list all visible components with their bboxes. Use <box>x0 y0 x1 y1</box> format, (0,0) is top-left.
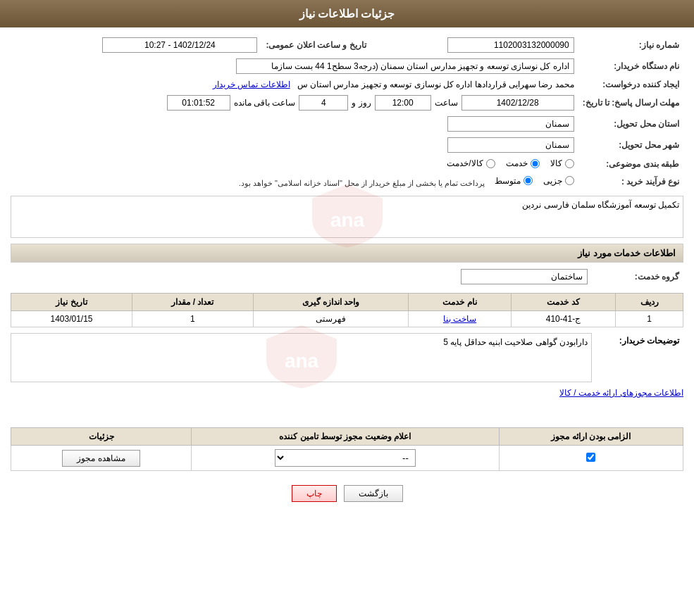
col-quantity: تعداد / مقدار <box>132 294 254 311</box>
services-table: ردیف کد خدمت نام خدمت واحد اندازه گیری ت… <box>11 293 683 327</box>
purchase-type-label: نوع فرآیند خرید : <box>578 173 683 191</box>
category-radio-group: کالا/خدمت خدمت کالا <box>447 158 574 168</box>
perm-details-cell: مشاهده مجوز <box>11 446 192 471</box>
city-value: سمنان <box>447 137 574 153</box>
category-label: طبقه بندی موضوعی: <box>578 156 683 173</box>
service-group-label: گروه خدمت: <box>592 266 683 287</box>
tender-number-label: شماره نیاز: <box>578 34 683 56</box>
perm-required-checkbox[interactable] <box>586 453 595 462</box>
purchase-type-jozi[interactable]: جزیی <box>543 176 574 186</box>
buyer-notes-container: ana دارابودن گواهی صلاحیت ابنیه حداقل پا… <box>11 333 592 382</box>
category-radio-kala[interactable] <box>565 159 574 168</box>
svg-text:ana: ana <box>284 350 318 372</box>
watermark-shield: ana <box>305 181 390 251</box>
purchase-type-radio-motovaset[interactable] <box>523 176 533 185</box>
deadline-countdown: 01:01:52 <box>167 95 230 111</box>
deadline-days: 4 <box>299 95 348 111</box>
row-code: ج-41-410 <box>511 311 615 327</box>
col-code: کد خدمت <box>511 294 615 311</box>
requester-label: ایجاد کننده درخواست: <box>578 77 683 92</box>
purchase-type-note: پرداخت تمام یا بخشی از مبلغ خریدار از مح… <box>239 178 485 187</box>
print-button[interactable]: چاپ <box>292 485 337 502</box>
deadline-time: 12:00 <box>375 95 431 111</box>
perm-status-cell: -- <box>192 446 499 471</box>
city-label: شهر محل تحویل: <box>578 134 683 156</box>
buyer-label: نام دستگاه خریدار: <box>578 56 683 77</box>
category-khadamat-label: خدمت <box>506 158 528 168</box>
date-label: تاریخ و ساعت اعلان عمومی: <box>261 34 370 56</box>
perm-col-required: الزامی بودن ارائه مجوز <box>499 428 683 446</box>
deadline-days-label: روز و <box>352 98 371 108</box>
buyer-notes-value: دارابودن گواهی صلاحیت ابنیه حداقل پایه 5 <box>443 337 588 347</box>
perm-col-status: اعلام وضعیت مجوز توسط تامین کننده <box>192 428 499 446</box>
deadline-label: مهلت ارسال پاسخ: تا تاریخ: <box>578 92 683 113</box>
general-description-value: تکمیل توسعه آموزشگاه سلمان فارسی نردین <box>522 200 679 210</box>
watermark-shield-2: ana <box>259 322 344 392</box>
category-option-khadamat[interactable]: خدمت <box>506 158 540 168</box>
row-quantity: 1 <box>132 311 254 327</box>
category-kala-khadamat-label: کالا/خدمت <box>447 158 483 168</box>
province-label: استان محل تحویل: <box>578 113 683 134</box>
deadline-countdown-label: ساعت باقی مانده <box>234 98 296 108</box>
date-value: 1402/12/24 - 10:27 <box>102 37 257 53</box>
footer-buttons: بازگشت چاپ <box>11 485 683 502</box>
row-service-name[interactable]: ساخت بنا <box>443 314 476 324</box>
deadline-time-label: ساعت <box>435 98 458 108</box>
requester-value: محمد رضا سهرایی قراردادها اداره کل نوساز… <box>297 80 574 89</box>
buyer-notes-label: توضیحات خریدار: <box>592 333 683 348</box>
purchase-type-radio-jozi[interactable] <box>565 176 574 185</box>
purchase-type-jozi-label: جزیی <box>543 176 562 186</box>
col-row: ردیف <box>616 294 683 311</box>
services-section-title: اطلاعات خدمات مورد نیاز <box>11 244 683 263</box>
back-button[interactable]: بازگشت <box>344 485 403 502</box>
perm-required-cell <box>499 446 683 471</box>
row-unit: فهرستی <box>253 311 408 327</box>
view-permit-button[interactable]: مشاهده مجوز <box>62 450 140 467</box>
service-group-value: ساختمان <box>461 269 588 284</box>
col-date: تاریخ نیاز <box>11 294 132 311</box>
purchase-type-radio-group: متوسط جزیی <box>495 176 574 186</box>
general-description-container: ana تکمیل توسعه آموزشگاه سلمان فارسی نرد… <box>11 196 683 238</box>
table-row: 1 ج-41-410 ساخت بنا فهرستی 1 1403/01/15 <box>11 311 683 327</box>
category-kala-label: کالا <box>550 158 562 168</box>
category-option-kala[interactable]: کالا <box>550 158 574 168</box>
category-radio-khadamat[interactable] <box>531 159 540 168</box>
tender-number-value: 1102003132000090 <box>447 37 574 53</box>
page-title: جزئیات اطلاعات نیاز <box>299 8 395 20</box>
permissions-row: -- مشاهده مجوز <box>11 446 683 471</box>
col-name: نام خدمت <box>409 294 512 311</box>
purchase-type-motovaset[interactable]: متوسط <box>495 176 533 186</box>
perm-status-select[interactable]: -- <box>275 449 416 467</box>
row-date: 1403/01/15 <box>11 311 132 327</box>
buyer-value: اداره کل نوسازی توسعه و تجهیز مدارس استا… <box>236 58 574 74</box>
purchase-type-motovaset-label: متوسط <box>495 176 521 186</box>
category-option-kala-khadamat[interactable]: کالا/خدمت <box>447 158 495 168</box>
row-number: 1 <box>616 311 683 327</box>
permissions-table: الزامی بودن ارائه مجوز اعلام وضعیت مجوز … <box>11 427 683 471</box>
svg-text:ana: ana <box>330 209 364 231</box>
contact-link[interactable]: اطلاعات تماس خریدار <box>213 80 290 89</box>
perm-col-details: جزئیات <box>11 428 192 446</box>
page-header: جزئیات اطلاعات نیاز <box>0 0 694 27</box>
deadline-date: 1402/12/28 <box>461 95 574 111</box>
col-unit: واحد اندازه گیری <box>253 294 408 311</box>
province-value: سمنان <box>447 116 574 132</box>
permissions-section-title[interactable]: اطلاعات مجوزهای ارائه خدمت / کالا <box>11 388 683 398</box>
category-radio-kala-khadamat[interactable] <box>486 159 495 168</box>
